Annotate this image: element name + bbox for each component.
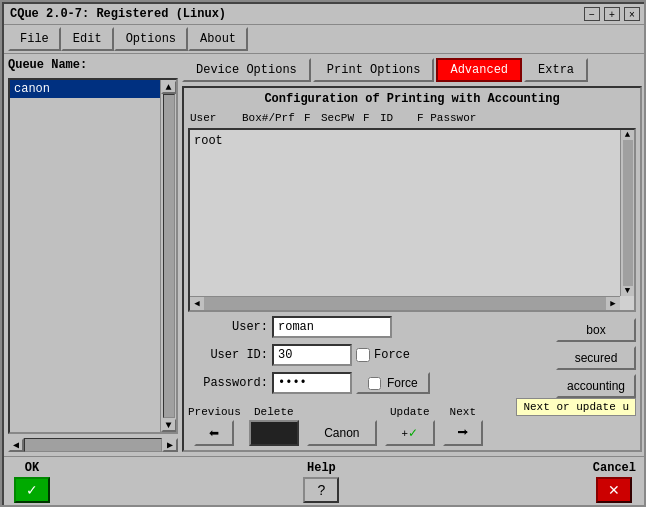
tab-extra[interactable]: Extra — [524, 58, 588, 82]
data-row-root: root — [194, 134, 223, 148]
th-user: User — [190, 112, 240, 124]
cancel-label: Cancel — [593, 461, 636, 475]
menu-options[interactable]: Options — [114, 27, 188, 51]
userid-label: User ID: — [188, 348, 268, 362]
minimize-button[interactable]: − — [584, 7, 600, 21]
data-vscroll-up[interactable]: ▲ — [625, 130, 630, 140]
queue-name-label: Queue Name: — [8, 58, 178, 72]
update-section: Update + ✓ — [385, 406, 435, 446]
arrow-right-icon — [167, 439, 173, 451]
help-label: Help — [307, 461, 336, 475]
data-hscroll[interactable]: ◀ ▶ — [190, 296, 620, 310]
maximize-button[interactable]: + — [604, 7, 620, 21]
userid-row: User ID: Force — [188, 344, 552, 366]
queue-hscroll[interactable] — [8, 438, 178, 452]
th-secpw: SecPW — [321, 112, 361, 124]
update-label: Update — [390, 406, 430, 418]
th-box: Box#/Prf — [242, 112, 302, 124]
hscroll-right[interactable] — [162, 438, 178, 452]
delete-button[interactable] — [249, 420, 299, 446]
config-title: Configuration of Printing with Accountin… — [188, 92, 636, 106]
arrow-up-icon — [165, 82, 171, 93]
data-hscroll-track[interactable] — [204, 297, 606, 310]
cancel-button[interactable]: ✕ — [596, 477, 632, 503]
delete-section: Delete — [249, 406, 299, 446]
close-button[interactable]: × — [624, 7, 640, 21]
queue-item-canon[interactable]: canon — [10, 80, 160, 98]
config-panel: Configuration of Printing with Accountin… — [182, 86, 642, 452]
th-f2: F — [363, 112, 378, 124]
help-section: Help ? — [303, 461, 339, 503]
right-panel: Device Options Print Options Advanced Ex… — [182, 58, 642, 452]
delete-label: Delete — [254, 406, 294, 418]
window-frame: CQue 2.0-7: Registered (Linux) − + × Fil… — [2, 2, 646, 507]
queue-vscroll[interactable] — [160, 80, 176, 432]
th-f: F — [304, 112, 319, 124]
help-button[interactable]: ? — [303, 477, 339, 503]
menu-file[interactable]: File — [8, 27, 61, 51]
user-label: User: — [188, 320, 268, 334]
table-header: User Box#/Prf F SecPW F ID F Passwor — [188, 112, 636, 124]
box-button[interactable]: box — [556, 318, 636, 342]
forms-and-buttons: User: document.currentScript.previousEle… — [188, 316, 636, 398]
tab-advanced[interactable]: Advanced — [436, 58, 522, 82]
main-content: Queue Name: canon De — [4, 54, 646, 456]
password-input[interactable] — [272, 372, 352, 394]
menu-edit[interactable]: Edit — [61, 27, 114, 51]
title-buttons: − + × — [584, 7, 640, 21]
ok-button[interactable]: ✓ — [14, 477, 50, 503]
update-check-icon: ✓ — [408, 426, 418, 440]
secured-button[interactable]: secured — [556, 346, 636, 370]
userid-input[interactable] — [272, 344, 352, 366]
tab-device-options[interactable]: Device Options — [182, 58, 311, 82]
password-row: Password: Force — [188, 372, 552, 394]
ok-label: OK — [25, 461, 39, 475]
th-fpass: F Passwor — [417, 112, 477, 124]
tooltip: Next or update u — [516, 398, 636, 416]
menu-about[interactable]: About — [188, 27, 248, 51]
force-password-checkbox[interactable] — [368, 377, 381, 390]
data-vscroll[interactable]: ▲ ▼ — [620, 130, 634, 296]
canon-button[interactable]: Canon — [307, 420, 377, 446]
force-password-button[interactable]: Force — [356, 372, 430, 394]
tab-print-options[interactable]: Print Options — [313, 58, 435, 82]
vscroll-down[interactable] — [161, 418, 177, 432]
data-area-content: root — [190, 130, 634, 152]
previous-button[interactable]: ⬅ — [194, 420, 234, 446]
hscroll-track[interactable] — [24, 438, 162, 452]
ok-checkmark-icon: ✓ — [26, 482, 38, 498]
user-input[interactable] — [272, 316, 392, 338]
menu-bar: File Edit Options About — [4, 25, 646, 54]
ok-section: OK ✓ — [14, 461, 50, 503]
arrow-down-icon — [165, 420, 171, 431]
data-hscroll-right[interactable]: ▶ — [606, 297, 620, 310]
data-area[interactable]: root ▲ ▼ ◀ ▶ — [188, 128, 636, 312]
password-label: Password: — [188, 376, 268, 390]
tab-bar: Device Options Print Options Advanced Ex… — [182, 58, 642, 82]
forms-col: User: document.currentScript.previousEle… — [188, 316, 552, 398]
accounting-button[interactable]: accounting — [556, 374, 636, 398]
queue-list-inner: canon — [10, 80, 160, 432]
next-label: Next — [450, 406, 476, 418]
cancel-cross-icon: ✕ — [608, 482, 620, 498]
force-userid-label: Force — [374, 348, 410, 362]
next-button[interactable]: ⮕ — [443, 420, 483, 446]
bottom-nav: Previous ⬅ Delete Canon Update — [188, 406, 636, 446]
vscroll-up[interactable] — [161, 80, 177, 94]
data-vscroll-down[interactable]: ▼ — [625, 286, 630, 296]
th-id: ID — [380, 112, 415, 124]
footer: OK ✓ Help ? Cancel ✕ — [4, 456, 646, 507]
update-button[interactable]: + ✓ — [385, 420, 435, 446]
force-userid-checkbox-area[interactable]: Force — [356, 348, 410, 362]
window-title: CQue 2.0-7: Registered (Linux) — [10, 7, 226, 21]
help-question-icon: ? — [317, 482, 325, 498]
previous-label: Previous — [188, 406, 241, 418]
force-password-label: Force — [387, 376, 418, 390]
previous-section: Previous ⬅ — [188, 406, 241, 446]
force-userid-checkbox[interactable] — [356, 348, 370, 362]
data-vscroll-track[interactable] — [623, 140, 633, 286]
vscroll-track[interactable] — [163, 94, 175, 418]
data-hscroll-left[interactable]: ◀ — [190, 297, 204, 310]
queue-list[interactable]: canon — [8, 78, 178, 434]
hscroll-left[interactable] — [8, 438, 24, 452]
